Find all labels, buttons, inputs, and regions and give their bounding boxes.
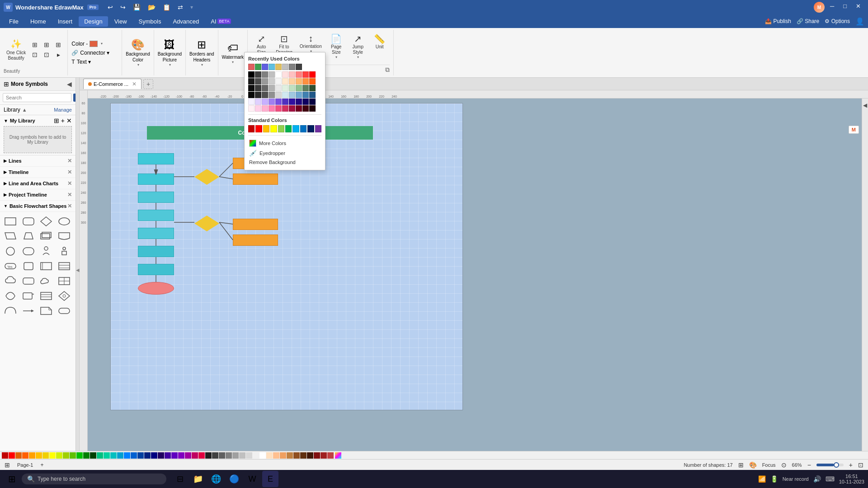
page-size-btn[interactable]: 📄 PageSize ▾ [326,32,346,65]
format-btn-3[interactable]: ⊞ [53,40,64,49]
menu-design[interactable]: Design [79,16,108,27]
library-close-btn[interactable]: ✕ [66,117,72,124]
grid-color-2-2[interactable] [262,85,268,91]
taskbar-sound-icon[interactable]: 🔊 [813,475,821,483]
palette-swatch-33[interactable] [226,452,232,459]
palette-swatch-48[interactable] [327,452,334,459]
palette-swatch-17[interactable] [117,452,123,459]
taskbar-app-word[interactable]: W [244,471,260,487]
undo-btn[interactable]: ↩ [106,3,115,12]
palette-swatch-46[interactable] [314,452,320,459]
flow-shape-6[interactable] [138,246,174,257]
std-color-10[interactable] [315,125,321,132]
grid-color-2-0[interactable] [248,85,255,91]
grid-color-5-4[interactable] [275,105,282,112]
grid-color-0-0[interactable] [248,71,255,78]
flow-shape-1[interactable] [138,153,174,164]
active-tab[interactable]: E-Commerce ... ✕ [83,79,142,89]
palette-swatch-42[interactable] [287,452,293,459]
palette-swatch-5[interactable] [36,452,42,459]
flow-shape-7[interactable] [138,264,174,275]
share-btn[interactable]: 🔗 Share [797,18,819,24]
category-timeline[interactable]: ▶ Timeline ✕ [0,167,75,178]
grid-color-3-8[interactable] [302,92,309,98]
recent-color-7[interactable] [289,64,295,70]
std-color-3[interactable] [263,125,269,132]
std-color-4[interactable] [270,125,277,132]
eyedropper-option[interactable]: 💉 Eyedropper [248,148,321,158]
flowchart-close[interactable]: ✕ [67,203,72,209]
grid-color-0-1[interactable] [255,71,261,78]
std-color-6[interactable] [285,125,292,132]
grid-color-3-9[interactable] [309,92,316,98]
shape-rounded-rect3[interactable] [21,274,36,288]
format-btn-1[interactable]: ⊞ [29,40,40,49]
palette-swatch-27[interactable] [185,452,191,459]
folder-btn[interactable]: 📂 [146,3,157,12]
page-setup-expand[interactable]: ⧉ [385,66,390,74]
recent-color-3[interactable] [262,64,268,70]
palette-swatch-15[interactable] [104,452,110,459]
palette-swatch-38[interactable] [259,452,266,459]
shape-double-rect[interactable] [38,230,54,243]
palette-swatch-10[interactable] [70,452,76,459]
palette-swatch-7[interactable] [49,452,56,459]
palette-swatch-37[interactable] [253,452,259,459]
color-btn[interactable]: Color - ▾ [71,41,118,47]
grid-color-0-4[interactable] [275,71,282,78]
style-icon[interactable]: 🎨 [749,461,757,469]
format-btn-6[interactable]: ▸ [53,50,64,59]
shape-person[interactable] [38,244,54,258]
grid-color-5-0[interactable] [248,105,255,112]
flow-orange-4[interactable] [233,235,278,246]
background-picture-btn[interactable]: 🖼 BackgroundPicture ▾ [158,32,182,74]
palette-swatch-16[interactable] [110,452,117,459]
palette-swatch-0[interactable] [2,452,8,459]
format-btn-5[interactable]: ⊡ [41,50,52,59]
shape-square-rounded[interactable] [21,259,36,273]
palette-swatch-1[interactable] [9,452,15,459]
profile-avatar[interactable]: M [814,2,825,13]
grid-color-3-5[interactable] [282,92,288,98]
right-panel-icon-1[interactable]: ◀ [863,102,867,108]
grid-color-5-8[interactable] [302,105,309,112]
palette-swatch-26[interactable] [178,452,184,459]
fullscreen-icon[interactable]: ⊙ [781,461,787,469]
grid-color-2-1[interactable] [255,85,261,91]
search-button[interactable]: Search [73,94,76,102]
search-input[interactable] [3,93,71,102]
grid-color-4-3[interactable] [269,99,275,105]
shape-rounded-rect[interactable] [21,215,36,228]
palette-swatch-4[interactable] [29,452,35,459]
more-colors-option[interactable]: More Colors [248,138,321,148]
project-close[interactable]: ✕ [67,192,72,198]
start-button[interactable]: ⊞ [4,471,20,487]
grid-color-5-3[interactable] [269,105,275,112]
palette-swatch-9[interactable] [63,452,69,459]
grid-color-5-9[interactable] [309,105,316,112]
recent-color-2[interactable] [255,64,261,70]
grid-color-2-4[interactable] [275,85,282,91]
flow-oval[interactable] [138,282,174,295]
recent-color-1[interactable] [248,64,255,70]
lines-close[interactable]: ✕ [67,158,72,164]
category-line-area-charts[interactable]: ▶ Line and Area Charts ✕ [0,178,75,189]
shape-arrow1[interactable] [21,304,36,318]
zoom-slider[interactable] [816,464,844,466]
shape-rounded-rect2[interactable] [21,244,36,258]
flow-shape-4[interactable] [138,210,174,221]
fit-page-icon[interactable]: ⊡ [858,461,863,469]
grid-color-3-3[interactable] [269,92,275,98]
shape-diamond-small[interactable] [38,215,54,228]
format-btn-4[interactable]: ⊡ [29,50,40,59]
grid-color-3-0[interactable] [248,92,255,98]
grid-color-3-1[interactable] [255,92,261,98]
shape-oval-small[interactable] [57,215,72,228]
recent-color-6[interactable] [282,64,288,70]
grid-color-1-1[interactable] [255,78,261,84]
grid-color-5-5[interactable] [282,105,288,112]
grid-color-1-2[interactable] [262,78,268,84]
shape-cloud2[interactable] [38,274,54,288]
palette-swatch-6[interactable] [42,452,49,459]
palette-swatch-36[interactable] [246,452,252,459]
